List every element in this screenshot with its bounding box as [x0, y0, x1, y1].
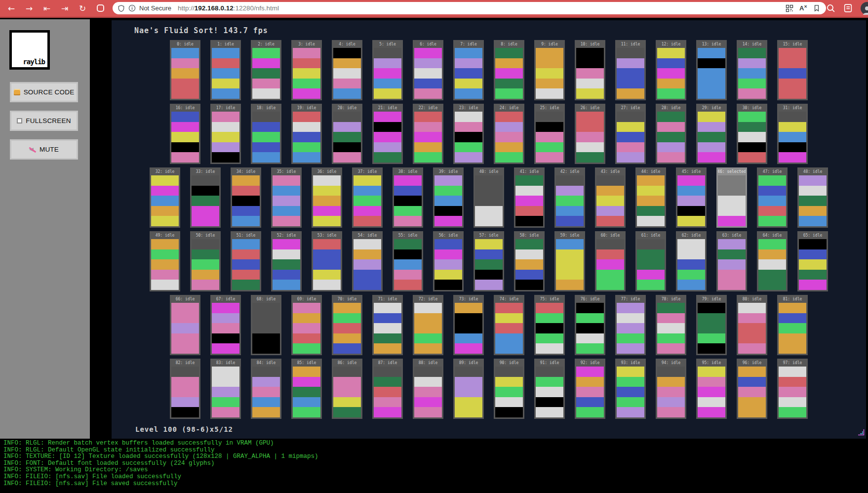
- tube[interactable]: 58: idle: [514, 231, 545, 291]
- translate-icon[interactable]: A✕: [799, 4, 807, 12]
- mute-button[interactable]: MUTE: [10, 139, 78, 160]
- last-tab-icon[interactable]: ⇥: [59, 3, 70, 14]
- tube[interactable]: 56: idle: [433, 231, 464, 291]
- tube[interactable]: 24: idle: [494, 104, 524, 164]
- tube[interactable]: 54: idle: [352, 231, 383, 291]
- tube[interactable]: 49: idle: [150, 231, 180, 291]
- tube[interactable]: 44: idle: [635, 167, 666, 228]
- profile-avatar[interactable]: [861, 2, 868, 15]
- tube[interactable]: 79: idle: [696, 295, 727, 355]
- tube[interactable]: 46: selected: [716, 167, 747, 228]
- tube[interactable]: 51: idle: [231, 231, 261, 291]
- tube[interactable]: 21: idle: [372, 104, 403, 164]
- tube[interactable]: 92: idle: [575, 359, 605, 419]
- tube[interactable]: 64: idle: [757, 231, 788, 291]
- tube[interactable]: 25: idle: [534, 104, 565, 164]
- tube[interactable]: 29: idle: [696, 104, 727, 164]
- tube[interactable]: 18: idle: [251, 104, 281, 164]
- fullscreen-button[interactable]: FULLSCREEN: [10, 111, 78, 131]
- tube[interactable]: 82: idle: [170, 359, 200, 419]
- qr-code-icon[interactable]: [786, 4, 793, 12]
- tube[interactable]: 34: idle: [231, 167, 261, 228]
- back-icon[interactable]: ←: [6, 3, 17, 14]
- tube[interactable]: 73: idle: [453, 295, 484, 355]
- tube[interactable]: 67: idle: [210, 295, 241, 355]
- reading-list-icon[interactable]: [843, 3, 853, 13]
- tube[interactable]: 45: idle: [676, 167, 707, 228]
- tube[interactable]: 27: idle: [615, 104, 646, 164]
- tube[interactable]: 5: idle: [372, 40, 403, 100]
- tube[interactable]: 14: idle: [737, 40, 767, 100]
- tube[interactable]: 31: idle: [777, 104, 808, 164]
- tube[interactable]: 30: idle: [737, 104, 767, 164]
- refresh-icon[interactable]: ↻: [77, 3, 88, 14]
- tube[interactable]: 42: idle: [554, 167, 585, 228]
- tube[interactable]: 77: idle: [615, 295, 646, 355]
- tube[interactable]: 60: idle: [595, 231, 626, 291]
- tube[interactable]: 88: idle: [413, 359, 443, 419]
- tube[interactable]: 26: idle: [575, 104, 605, 164]
- tube[interactable]: 8: idle: [494, 40, 524, 100]
- source-code-button[interactable]: SOURCE CODE: [10, 82, 78, 102]
- tube[interactable]: 80: idle: [737, 295, 767, 355]
- tube[interactable]: 37: idle: [352, 167, 383, 228]
- tube[interactable]: 4: idle: [332, 40, 362, 100]
- game-canvas[interactable]: Nae's Fluid Sort! 143.7 fps 0: idle1: id…: [112, 20, 866, 439]
- tube[interactable]: 32: idle: [150, 167, 180, 228]
- tube[interactable]: 7: idle: [453, 40, 484, 100]
- tube[interactable]: 53: idle: [312, 231, 342, 291]
- home-icon[interactable]: [95, 3, 106, 14]
- tube[interactable]: 47: idle: [757, 167, 788, 228]
- tube[interactable]: 66: idle: [170, 295, 200, 355]
- forward-icon[interactable]: →: [24, 3, 35, 14]
- tube[interactable]: 72: idle: [413, 295, 443, 355]
- tube[interactable]: 16: idle: [170, 104, 200, 164]
- tube[interactable]: 19: idle: [291, 104, 322, 164]
- tube[interactable]: 38: idle: [393, 167, 423, 228]
- tube[interactable]: 84: idle: [251, 359, 281, 419]
- tube[interactable]: 59: idle: [554, 231, 585, 291]
- tube[interactable]: 15: idle: [777, 40, 808, 100]
- tube[interactable]: 28: idle: [656, 104, 686, 164]
- tube[interactable]: 39: idle: [433, 167, 464, 228]
- tube[interactable]: 91: idle: [534, 359, 565, 419]
- tube[interactable]: 81: idle: [777, 295, 808, 355]
- tube[interactable]: 89: idle: [453, 359, 484, 419]
- tube[interactable]: 9: idle: [534, 40, 565, 100]
- tube[interactable]: 61: idle: [635, 231, 666, 291]
- tube[interactable]: 68: idle: [251, 295, 281, 355]
- tube[interactable]: 83: idle: [210, 359, 241, 419]
- tube[interactable]: 75: idle: [534, 295, 565, 355]
- tube[interactable]: 71: idle: [372, 295, 403, 355]
- tube[interactable]: 93: idle: [615, 359, 646, 419]
- tube[interactable]: 11: idle: [615, 40, 646, 100]
- tube[interactable]: 2: idle: [251, 40, 281, 100]
- tube[interactable]: 87: idle: [372, 359, 403, 419]
- tube[interactable]: 36: idle: [312, 167, 342, 228]
- tube[interactable]: 70: idle: [332, 295, 362, 355]
- tube[interactable]: 52: idle: [271, 231, 302, 291]
- url-bar[interactable]: Not Secure http://192.168.0.12:12280/nfs…: [113, 2, 826, 14]
- raylib-logo[interactable]: raylib: [9, 30, 50, 70]
- tube[interactable]: 43: idle: [595, 167, 626, 228]
- tube[interactable]: 86: idle: [332, 359, 362, 419]
- debug-console[interactable]: INFO: RLGL: Render batch vertex buffers …: [0, 439, 868, 493]
- tube[interactable]: 95: idle: [696, 359, 727, 419]
- tube[interactable]: 76: idle: [575, 295, 605, 355]
- bookmark-icon[interactable]: [813, 4, 820, 12]
- tube[interactable]: 20: idle: [332, 104, 362, 164]
- tube[interactable]: 13: idle: [696, 40, 727, 100]
- tube[interactable]: 78: idle: [656, 295, 686, 355]
- first-tab-icon[interactable]: ⇤: [41, 3, 52, 14]
- tube[interactable]: 62: idle: [676, 231, 707, 291]
- tube[interactable]: 48: idle: [797, 167, 828, 228]
- tube[interactable]: 97: idle: [777, 359, 808, 419]
- shield-icon[interactable]: [118, 4, 125, 12]
- tube[interactable]: 96: idle: [737, 359, 767, 419]
- tube[interactable]: 17: idle: [210, 104, 241, 164]
- tube[interactable]: 63: idle: [716, 231, 747, 291]
- tube[interactable]: 22: idle: [413, 104, 443, 164]
- tube[interactable]: 1: idle: [210, 40, 241, 100]
- tube[interactable]: 65: idle: [797, 231, 828, 291]
- tube[interactable]: 40: idle: [473, 167, 504, 228]
